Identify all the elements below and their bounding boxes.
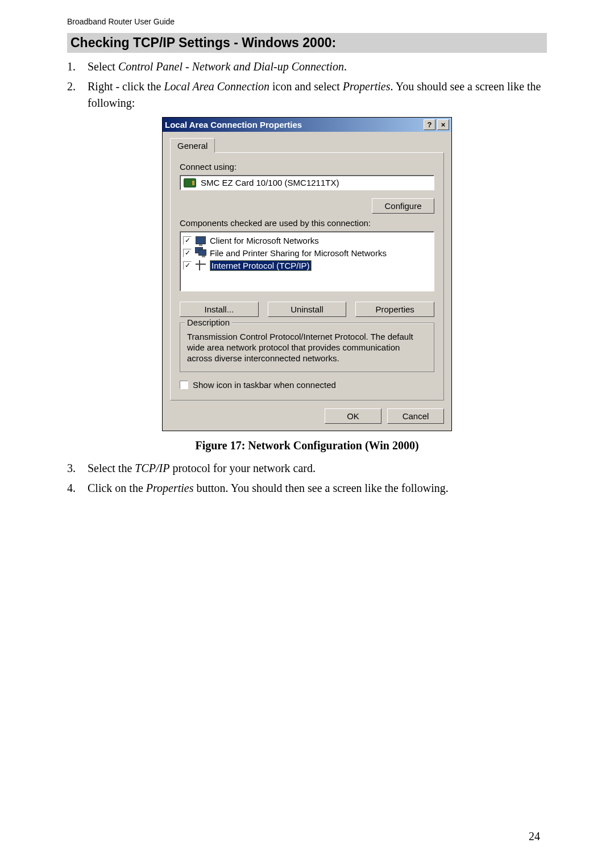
running-header: Broadband Router User Guide: [67, 17, 547, 26]
step-text: Right - click the Local Area Connection …: [88, 78, 547, 111]
titlebar: Local Area Connection Properties ? ×: [163, 118, 451, 132]
adapter-field: SMC EZ Card 10/100 (SMC1211TX): [180, 175, 434, 190]
titlebar-buttons: ? ×: [424, 119, 449, 130]
configure-row: Configure: [180, 198, 434, 214]
share-icon: [195, 247, 206, 258]
description-group: Description Transmission Control Protoco…: [180, 323, 434, 372]
tab-general[interactable]: General: [170, 138, 215, 153]
step-2: 2. Right - click the Local Area Connecti…: [67, 78, 547, 111]
step-1: 1. Select Control Panel - Network and Di…: [67, 59, 547, 75]
protocol-icon: [195, 260, 206, 271]
adapter-name: SMC EZ Card 10/100 (SMC1211TX): [201, 178, 339, 187]
italic-text: Properties: [343, 80, 391, 93]
step-number: 3.: [67, 460, 88, 477]
show-icon-row[interactable]: Show icon in taskbar when connected: [180, 380, 434, 390]
description-text: Transmission Control Protocol/Internet P…: [187, 332, 427, 364]
install-button[interactable]: Install...: [180, 302, 259, 317]
close-button[interactable]: ×: [437, 119, 449, 130]
component-label: Client for Microsoft Networks: [210, 236, 319, 245]
step-text: Click on the Properties button. You shou…: [88, 480, 547, 496]
cancel-button[interactable]: Cancel: [387, 408, 444, 424]
components-list[interactable]: ✓ Client for Microsoft Networks ✓ File a…: [180, 231, 434, 291]
section-heading: Checking TCP/IP Settings - Windows 2000:: [67, 33, 547, 53]
uninstall-button[interactable]: Uninstall: [268, 302, 347, 317]
checkbox-icon[interactable]: [180, 381, 188, 389]
tab-content: Connect using: SMC EZ Card 10/100 (SMC12…: [170, 152, 444, 400]
component-buttons: Install... Uninstall Properties: [180, 302, 434, 317]
tabs-row: General: [170, 137, 444, 152]
figure-caption: Figure 17: Network Configuration (Win 20…: [67, 439, 547, 452]
dialog-body: General Connect using: SMC EZ Card 10/10…: [163, 132, 451, 431]
text: protocol for your network card.: [169, 462, 316, 474]
checkbox-icon[interactable]: ✓: [183, 261, 192, 270]
step-number: 1.: [67, 59, 88, 75]
component-label-selected: Internet Protocol (TCP/IP): [210, 260, 312, 271]
ok-button[interactable]: OK: [325, 408, 381, 424]
component-label: File and Printer Sharing for Microsoft N…: [210, 248, 387, 258]
step-3: 3. Select the TCP/IP protocol for your n…: [67, 460, 547, 477]
list-item[interactable]: ✓ File and Printer Sharing for Microsoft…: [182, 247, 432, 259]
connect-using-label: Connect using:: [180, 162, 434, 172]
checkbox-icon[interactable]: ✓: [183, 249, 192, 257]
step-4: 4. Click on the Properties button. You s…: [67, 480, 547, 496]
properties-button[interactable]: Properties: [355, 302, 434, 317]
step-number: 4.: [67, 480, 88, 496]
step-text: Select the TCP/IP protocol for your netw…: [88, 460, 547, 477]
text: Select the: [88, 462, 135, 474]
dialog-figure: Local Area Connection Properties ? × Gen…: [67, 117, 547, 431]
checkbox-icon[interactable]: ✓: [183, 236, 192, 245]
list-item[interactable]: ✓ Internet Protocol (TCP/IP): [182, 259, 432, 272]
help-button[interactable]: ?: [424, 119, 435, 130]
step-number: 2.: [67, 78, 88, 111]
nic-icon: [184, 178, 196, 187]
italic-text: TCP/IP: [135, 462, 169, 474]
dialog-buttons: OK Cancel: [170, 408, 444, 424]
dialog-title: Local Area Connection Properties: [165, 120, 302, 130]
italic-text: Control Panel - Network and Dial-up Conn…: [118, 60, 344, 73]
connection-properties-dialog: Local Area Connection Properties ? × Gen…: [162, 117, 452, 431]
client-icon: [195, 235, 206, 246]
description-legend: Description: [185, 318, 232, 327]
text: icon and select: [269, 80, 343, 93]
page-number: 24: [529, 830, 540, 843]
text: Click on the: [88, 482, 146, 494]
configure-button[interactable]: Configure: [372, 198, 434, 214]
italic-text: Properties: [146, 482, 194, 494]
text: .: [344, 60, 347, 73]
text: Select: [88, 60, 118, 73]
list-item[interactable]: ✓ Client for Microsoft Networks: [182, 234, 432, 247]
text: Right - click the: [88, 80, 164, 93]
text: button. You should then see a screen lik…: [193, 482, 448, 494]
italic-text: Local Area Connection: [164, 80, 269, 93]
components-label: Components checked are used by this conn…: [180, 218, 434, 228]
show-icon-label: Show icon in taskbar when connected: [193, 380, 336, 390]
step-text: Select Control Panel - Network and Dial-…: [88, 59, 547, 75]
